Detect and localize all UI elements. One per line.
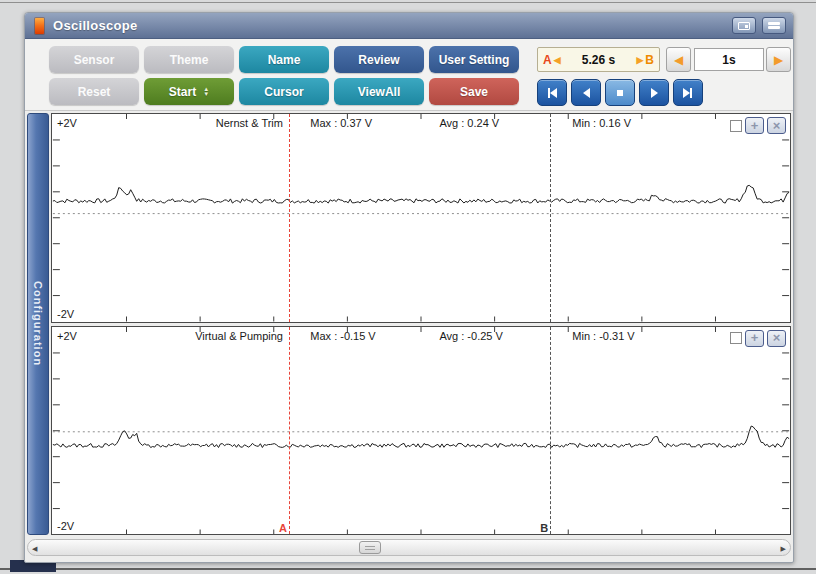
chart-stack: +2V Nernst & Trim Max : 0.37 V Avg : 0.2… (51, 113, 791, 535)
right-arrow-icon: ▶ (774, 53, 783, 67)
panel-close-button[interactable]: × (767, 117, 786, 134)
panel-controls: + × (730, 330, 786, 347)
waveform-chart (52, 114, 790, 322)
cursor-b-label: B (645, 53, 654, 67)
name-button[interactable]: Name (239, 46, 329, 73)
step-back-icon (579, 86, 593, 100)
scrollbar-thumb[interactable] (359, 541, 381, 554)
plus-icon: + (751, 118, 759, 133)
horizontal-scrollbar: ◀ ▶ (27, 538, 791, 560)
title-bar: Oscilloscope (25, 13, 793, 39)
panel-select-checkbox[interactable] (730, 332, 742, 344)
scroll-left-icon[interactable]: ◀ (32, 545, 37, 553)
panel-plus-button[interactable]: + (745, 117, 764, 134)
save-button[interactable]: Save (429, 78, 519, 105)
skip-to-end-button[interactable] (673, 79, 703, 106)
configuration-tab[interactable]: Configuration (27, 113, 49, 535)
cursor-b-line[interactable] (550, 327, 551, 535)
sensor-button[interactable]: Sensor (49, 46, 139, 73)
cursor-b-bottom-label: B (540, 522, 548, 534)
plus-icon: + (751, 330, 759, 345)
restore-icon (768, 22, 780, 29)
cursor-button[interactable]: Cursor (239, 78, 329, 105)
window-title: Oscilloscope (53, 18, 138, 33)
panel-plus-button[interactable]: + (745, 330, 764, 347)
stop-button[interactable] (605, 79, 635, 106)
playback-controls (537, 79, 703, 106)
reset-button[interactable]: Reset (49, 78, 139, 105)
restore-button[interactable] (762, 17, 786, 34)
oscilloscope-window: Oscilloscope Sensor Theme Name Review Us… (24, 12, 794, 563)
cursor-a-left-arrow-icon[interactable]: ◀ (554, 55, 561, 65)
timebase-field[interactable]: 1s (694, 48, 764, 71)
panel-close-button[interactable]: × (767, 330, 786, 347)
display-mode-button[interactable] (732, 17, 756, 34)
theme-button[interactable]: Theme (144, 46, 234, 73)
user-setting-button[interactable]: User Setting (429, 46, 519, 73)
ab-cursor-time-field: A ◀ 5.26 s ▶ B (537, 47, 660, 72)
cursor-b-line[interactable] (550, 114, 551, 322)
scale-bottom-label: -2V (57, 308, 74, 320)
display-mode-icon (738, 22, 750, 30)
play-button[interactable] (639, 79, 669, 106)
cursor-a-line[interactable] (289, 327, 290, 535)
panel-select-checkbox[interactable] (730, 120, 742, 132)
ab-time-value: 5.26 s (563, 53, 635, 67)
skip-to-end-icon (681, 86, 695, 100)
skip-to-start-icon (545, 86, 559, 100)
cursor-a-line[interactable] (289, 114, 290, 322)
panel-controls: + × (730, 117, 786, 134)
start-button[interactable]: Start ▲▼ (144, 78, 234, 105)
cursor-a-label: A (543, 53, 552, 67)
scale-bottom-label: -2V (57, 520, 74, 532)
viewall-button[interactable]: ViewAll (334, 78, 424, 105)
left-arrow-icon: ◀ (674, 53, 683, 67)
main-area: Configuration +2V Nernst & Trim Max : 0.… (25, 111, 793, 535)
app-icon (35, 18, 44, 34)
channel-panel-nernst-trim: +2V Nernst & Trim Max : 0.37 V Avg : 0.2… (51, 113, 791, 323)
stop-icon (613, 86, 627, 100)
timebase-decrease-button[interactable]: ◀ (666, 47, 691, 72)
review-button[interactable]: Review (334, 46, 424, 73)
cursor-a-bottom-label: A (279, 522, 287, 534)
screen-bottom-divider (0, 568, 816, 570)
waveform-chart (52, 327, 790, 535)
start-spinner-icon: ▲▼ (203, 87, 209, 97)
channel-panel-virtual-pumping: +2V Virtual & Pumping Max : -0.15 V Avg … (51, 326, 791, 536)
play-icon (647, 86, 661, 100)
scroll-right-icon[interactable]: ▶ (781, 545, 786, 553)
skip-to-start-button[interactable] (537, 79, 567, 106)
configuration-tab-label: Configuration (32, 281, 44, 366)
screen-top-divider (0, 2, 816, 3)
step-back-button[interactable] (571, 79, 601, 106)
start-button-label: Start (169, 85, 196, 99)
scrollbar-track[interactable] (27, 539, 791, 556)
timebase-increase-button[interactable]: ▶ (766, 47, 791, 72)
close-icon: × (773, 330, 781, 345)
toolbar: Sensor Theme Name Review User Setting Re… (25, 39, 793, 111)
close-icon: × (773, 118, 781, 133)
cursor-b-right-arrow-icon[interactable]: ▶ (636, 55, 643, 65)
